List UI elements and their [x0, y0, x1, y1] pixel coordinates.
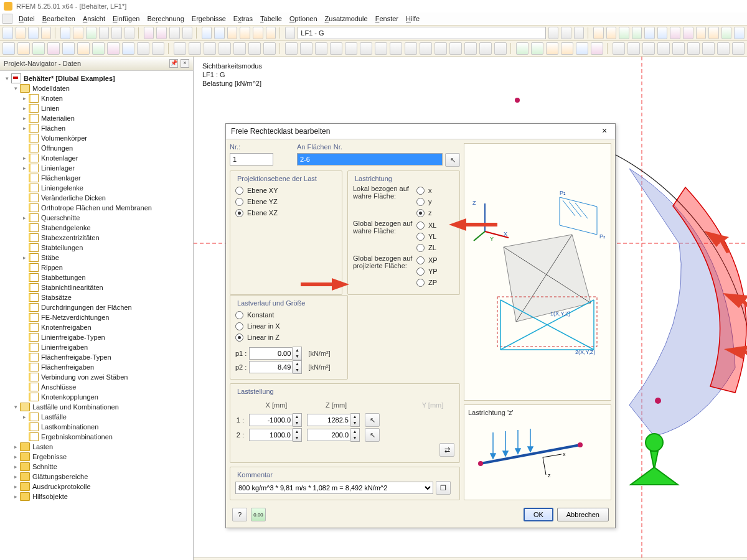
tool-icon[interactable]	[125, 27, 135, 39]
tool-icon[interactable]	[644, 27, 655, 39]
load-dist-option[interactable]: Linear in X	[235, 320, 342, 332]
tool-icon[interactable]	[174, 42, 186, 55]
tool-icon[interactable]	[189, 42, 201, 55]
tool-icon[interactable]	[375, 42, 387, 55]
tree-item[interactable]: Stabendgelenke	[0, 223, 193, 233]
tool-icon[interactable]	[574, 27, 585, 39]
tool-icon[interactable]	[137, 42, 149, 55]
tree-item[interactable]: ▸Linienlager	[0, 163, 193, 173]
menu-berechnung[interactable]: Berechnung	[143, 15, 187, 22]
tool-icon[interactable]	[683, 27, 693, 39]
tool-icon[interactable]	[734, 27, 745, 39]
tree-item[interactable]: ▸Knotenlager	[0, 153, 193, 163]
proj-plane-option[interactable]: Ebene XZ	[235, 207, 337, 218]
tree-item[interactable]: Ergebniskombinationen	[0, 432, 193, 442]
pick-point-icon[interactable]: ↖	[365, 428, 380, 442]
tool-icon[interactable]	[360, 42, 372, 55]
tree-item[interactable]: Linienfreigabe-Typen	[0, 332, 193, 342]
proj-plane-option[interactable]: Ebene XY	[235, 185, 337, 196]
tree-item[interactable]: ▾Behälter* [Dlubal Examples]	[0, 73, 193, 83]
tree-item[interactable]: Liniengelenke	[0, 183, 193, 193]
tool-icon[interactable]	[152, 42, 164, 55]
tree-item[interactable]: Veränderliche Dicken	[0, 193, 193, 203]
direction-option[interactable]: YP	[416, 266, 454, 277]
system-menu-icon[interactable]	[2, 14, 12, 24]
tool-icon[interactable]	[576, 42, 588, 55]
results-tab[interactable]: 4.0 Ergebnisse - Zusammenfassung	[194, 558, 747, 560]
tree-item[interactable]: ▸Ergebnisse	[0, 452, 193, 462]
tree-item[interactable]: Rippen	[0, 263, 193, 273]
tool-icon[interactable]	[345, 42, 357, 55]
tree-item[interactable]: Verbindung von zwei Stäben	[0, 372, 193, 382]
menu-hilfe[interactable]: Hilfe	[402, 15, 423, 22]
tool-icon[interactable]	[627, 42, 640, 55]
tree-item[interactable]: ▸Lastfälle	[0, 412, 193, 422]
pos2-z-input[interactable]	[307, 429, 350, 441]
tool-icon[interactable]	[47, 42, 60, 55]
tree-item[interactable]: ▾Lastfälle und Kombinationen	[0, 402, 193, 412]
tool-icon[interactable]	[464, 42, 477, 55]
tool-icon[interactable]	[32, 42, 45, 55]
tool-icon[interactable]	[721, 27, 732, 39]
tool-icon[interactable]	[642, 42, 655, 55]
tool-icon[interactable]	[73, 27, 83, 39]
tool-icon[interactable]	[233, 42, 246, 55]
tool-icon[interactable]	[390, 42, 402, 55]
nr-input[interactable]	[230, 153, 273, 166]
tool-icon[interactable]	[619, 27, 629, 39]
tool-icon[interactable]	[687, 42, 700, 55]
menu-bearbeiten[interactable]: Bearbeiten	[39, 15, 79, 22]
tool-icon[interactable]	[122, 42, 134, 55]
tree-item[interactable]: Stabbettungen	[0, 273, 193, 282]
tree-item[interactable]: FE-Netzverdichtungen	[0, 312, 193, 322]
tool-icon[interactable]	[2, 42, 15, 55]
tool-icon[interactable]	[657, 27, 668, 39]
tree-item[interactable]: Knotenkopplungen	[0, 392, 193, 402]
tool-icon[interactable]	[28, 27, 39, 39]
tool-icon[interactable]	[182, 27, 193, 39]
menu-tabelle[interactable]: Tabelle	[256, 15, 286, 22]
tool-icon[interactable]	[107, 42, 120, 55]
tool-icon[interactable]	[285, 27, 296, 39]
tree-item[interactable]: ▸Schnitte	[0, 462, 193, 472]
tool-icon[interactable]	[591, 42, 603, 55]
pick-surfaces-icon[interactable]: ↖	[445, 153, 460, 167]
tree-item[interactable]: Durchdringungen der Flächen	[0, 302, 193, 312]
tool-icon[interactable]	[240, 27, 250, 39]
tree-item[interactable]: ▸Glättungsbereiche	[0, 472, 193, 482]
direction-option[interactable]: XL	[416, 220, 454, 231]
tool-icon[interactable]	[606, 27, 617, 39]
menu-ansicht[interactable]: Ansicht	[79, 15, 109, 22]
tool-icon[interactable]	[62, 42, 75, 55]
p1-input[interactable]	[249, 347, 293, 360]
tool-icon[interactable]	[315, 42, 327, 55]
tool-icon[interactable]	[248, 42, 261, 55]
tool-icon[interactable]	[330, 42, 342, 55]
loadcase-selector[interactable]: LF1 - G	[298, 27, 545, 39]
cancel-button[interactable]: Abbrechen	[557, 508, 609, 521]
menu-extras[interactable]: Extras	[230, 15, 256, 22]
comment-input[interactable]: 800 kg/m^3 * 9,81 m/s * 1,082 m = 8,492 …	[235, 482, 433, 494]
tree-item[interactable]: Anschlüsse	[0, 382, 193, 392]
menu-ergebnisse[interactable]: Ergebnisse	[188, 15, 230, 22]
tool-icon[interactable]	[449, 42, 462, 55]
tool-icon[interactable]	[86, 27, 96, 39]
tool-icon[interactable]	[77, 42, 90, 55]
load-dist-option[interactable]: Linear in Z	[235, 332, 342, 343]
tool-icon[interactable]	[593, 27, 604, 39]
direction-option[interactable]: x	[416, 185, 454, 196]
tool-icon[interactable]	[708, 27, 719, 39]
tool-icon[interactable]	[696, 27, 707, 39]
comment-lib-icon[interactable]: ❐	[436, 481, 451, 495]
tree-item[interactable]: ▸Materialien	[0, 113, 193, 123]
tree-item[interactable]: ▸Hilfsobjekte	[0, 492, 193, 502]
tool-icon[interactable]	[546, 42, 558, 55]
an-flaechen-input[interactable]	[297, 153, 443, 166]
swap-points-icon[interactable]: ⇄	[439, 443, 454, 457]
direction-option[interactable]: XP	[416, 254, 454, 266]
tree-item[interactable]: Flächenlager	[0, 173, 193, 183]
tree-item[interactable]: Öffnungen	[0, 143, 193, 153]
close-icon[interactable]: ×	[181, 59, 189, 68]
tool-icon[interactable]	[561, 27, 571, 39]
tool-icon[interactable]	[657, 42, 670, 55]
